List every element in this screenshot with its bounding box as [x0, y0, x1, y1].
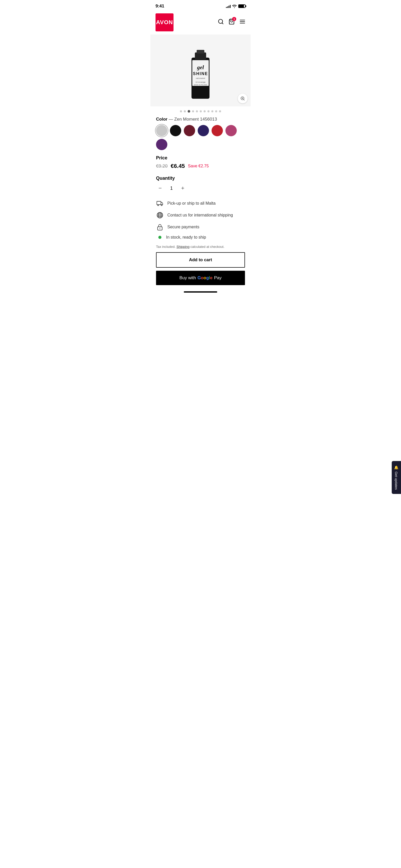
svg-point-28 — [160, 228, 160, 229]
svg-text:MADE IN POLAND: MADE IN POLAND — [194, 84, 207, 86]
price-row: €9.20 €6.45 Save €2.75 — [156, 163, 245, 169]
truck-icon — [156, 199, 164, 207]
buy-with-text: Buy with — [179, 275, 196, 280]
international-text: Contact us for international shipping — [167, 213, 233, 218]
dot-6[interactable] — [200, 110, 202, 112]
wifi-icon — [232, 4, 237, 8]
payment-text: Secure payments — [167, 225, 199, 229]
swatch-dark-purple[interactable] — [198, 125, 209, 136]
avon-logo[interactable]: AVON — [156, 13, 174, 31]
color-section: Color — Zen Moment 1456013 — [156, 117, 245, 150]
quantity-value: 1 — [169, 186, 174, 191]
dot-2[interactable] — [184, 110, 186, 112]
signal-icon — [226, 4, 230, 8]
quantity-decrease[interactable]: − — [156, 184, 164, 192]
svg-line-1 — [222, 23, 223, 24]
status-time: 9:41 — [156, 4, 164, 9]
swatch-silver[interactable] — [156, 125, 167, 136]
in-stock-dot — [158, 236, 161, 239]
shipping-link[interactable]: Shipping — [177, 245, 190, 249]
tax-text: Tax included. — [156, 245, 176, 249]
buttons-area: Add to cart Buy with Google Pay — [150, 252, 251, 289]
stock-text: In stock, ready to ship — [166, 235, 206, 240]
buy-with-gpay-button[interactable]: Buy with Google Pay — [156, 271, 245, 285]
cart-button[interactable]: 1 — [228, 19, 235, 26]
price-section: Price €9.20 €6.45 Save €2.75 — [156, 155, 245, 169]
zoom-button[interactable] — [238, 94, 248, 103]
battery-icon — [238, 4, 245, 8]
status-icons — [226, 4, 245, 8]
international-info: Contact us for international shipping — [156, 211, 245, 219]
swatch-purple[interactable] — [156, 139, 167, 150]
tax-end: calculated at checkout. — [190, 245, 224, 249]
product-image: gel SHINE nail enamel 10 ml мл/дм MADE I… — [175, 37, 226, 104]
status-bar: 9:41 — [150, 0, 251, 11]
svg-point-20 — [158, 205, 159, 206]
menu-button[interactable] — [239, 19, 245, 26]
pay-text: Pay — [214, 275, 222, 280]
lock-icon — [156, 223, 164, 231]
svg-rect-19 — [157, 201, 161, 205]
shipping-info: Pick-up or ship to all Malta — [156, 199, 245, 207]
image-dots — [150, 106, 251, 117]
search-button[interactable] — [218, 19, 224, 26]
logo-text: AVON — [156, 19, 173, 26]
svg-text:nail enamel: nail enamel — [196, 78, 205, 79]
price-original: €9.20 — [156, 163, 167, 169]
dot-1[interactable] — [180, 110, 182, 112]
price-title: Price — [156, 155, 245, 161]
color-label: Color — Zen Moment 1456013 — [156, 117, 245, 122]
product-image-area: gel SHINE nail enamel 10 ml мл/дм MADE I… — [150, 34, 251, 106]
google-g-logo: Google — [197, 275, 213, 280]
globe-icon — [156, 211, 164, 219]
swatch-dark-red[interactable] — [184, 125, 195, 136]
svg-point-21 — [161, 205, 162, 206]
color-title: Color — [156, 117, 167, 122]
payment-info: Secure payments — [156, 223, 245, 231]
dot-4[interactable] — [192, 110, 194, 112]
dot-8[interactable] — [208, 110, 210, 112]
price-save: Save €2.75 — [188, 164, 209, 168]
add-to-cart-button[interactable]: Add to cart — [156, 252, 245, 268]
dot-5[interactable] — [196, 110, 198, 112]
svg-text:10 ml   мл/дм: 10 ml мл/дм — [196, 81, 206, 83]
svg-line-16 — [243, 99, 244, 100]
quantity-increase[interactable]: + — [179, 184, 187, 192]
home-bar — [184, 291, 217, 292]
info-items: Pick-up or ship to all Malta Contact us … — [156, 199, 245, 240]
stock-info: In stock, ready to ship — [156, 235, 245, 240]
quantity-section: Quantity − 1 + — [156, 176, 245, 192]
quantity-title: Quantity — [156, 176, 245, 181]
dot-3[interactable] — [188, 110, 190, 113]
svg-rect-7 — [195, 53, 206, 60]
home-indicator — [150, 289, 251, 294]
swatch-red[interactable] — [212, 125, 223, 136]
svg-text:SHINE: SHINE — [193, 71, 208, 76]
dot-11[interactable] — [219, 110, 221, 112]
swatch-black[interactable] — [170, 125, 181, 136]
tax-note: Tax included. Shipping calculated at che… — [150, 245, 251, 249]
header: AVON 1 — [150, 11, 251, 34]
quantity-controls: − 1 + — [156, 184, 245, 192]
color-name: — Zen Moment 1456013 — [168, 117, 217, 122]
swatch-pink[interactable] — [225, 125, 237, 136]
header-icons: 1 — [218, 19, 245, 26]
dot-9[interactable] — [211, 110, 213, 112]
dot-10[interactable] — [215, 110, 217, 112]
product-info: Color — Zen Moment 1456013 Price €9.20 €… — [150, 117, 251, 240]
shipping-text: Pick-up or ship to all Malta — [167, 201, 216, 206]
price-sale: €6.45 — [171, 163, 185, 169]
svg-rect-8 — [197, 50, 204, 54]
cart-badge: 1 — [232, 17, 236, 21]
color-swatches — [156, 125, 245, 150]
svg-text:gel: gel — [197, 64, 204, 70]
dot-7[interactable] — [204, 110, 206, 112]
